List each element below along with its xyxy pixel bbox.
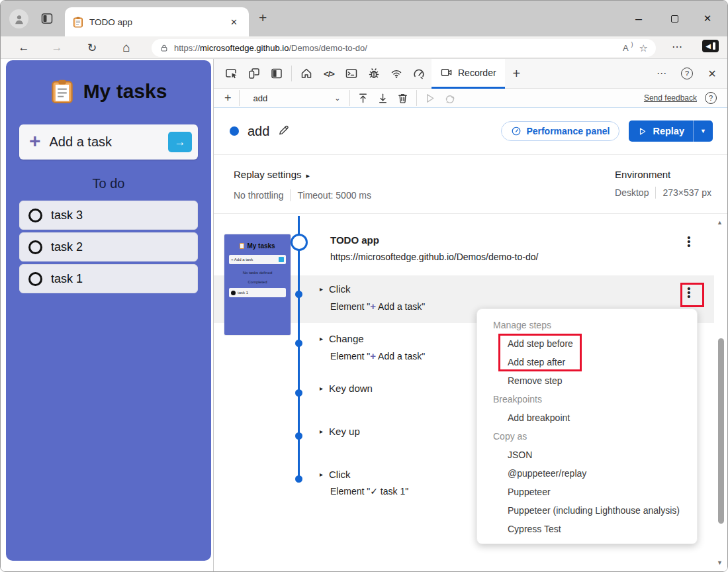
replay-settings-section: Replay settings▸ No throttling Timeout: … — [214, 155, 728, 214]
todo-app-header: My tasks — [6, 60, 211, 105]
read-aloud-icon[interactable]: A) — [623, 43, 629, 53]
menu-item-copy-json[interactable]: JSON — [477, 446, 697, 464]
step-keydown-label[interactable]: ▸ Key down — [320, 383, 373, 394]
home-button[interactable]: ⌂ — [118, 40, 135, 56]
step-menu-kebab-icon[interactable]: ••• — [682, 236, 696, 248]
task-row[interactable]: task 1 — [19, 264, 198, 293]
play-recording-button-disabled — [420, 90, 440, 106]
maximize-icon — [671, 15, 678, 23]
menu-header-breakpoints: Breakpoints — [477, 390, 697, 408]
scrollbar-thumb[interactable] — [718, 338, 724, 524]
replay-dropdown-button[interactable]: ▼ — [693, 120, 713, 142]
new-recording-button[interactable]: + — [224, 91, 232, 105]
window-minimize-button[interactable]: – — [624, 1, 653, 36]
recording-select[interactable]: add ⌄ — [248, 91, 346, 105]
console-tab-icon[interactable] — [340, 64, 363, 83]
tab-recorder[interactable]: Recorder — [432, 59, 505, 89]
menu-item-remove-step[interactable]: Remove step — [477, 371, 697, 390]
import-recording-button[interactable] — [353, 90, 373, 106]
task-checkbox[interactable] — [28, 209, 42, 222]
timeline-dot — [295, 291, 302, 298]
task-checkbox[interactable] — [28, 272, 42, 286]
recorder-help-icon[interactable]: ? — [705, 92, 717, 104]
browser-settings-menu-icon[interactable]: ⋯ — [672, 40, 683, 53]
reload-button[interactable]: ↻ — [83, 40, 101, 56]
elements-tab-icon[interactable]: </> — [318, 64, 340, 83]
add-task-button[interactable]: + Add a task → — [19, 124, 198, 160]
chevron-down-icon: ⌄ — [334, 94, 340, 103]
address-bar[interactable]: https://microsoftedge.github.io/Demos/de… — [152, 39, 656, 57]
replay-settings-toggle[interactable]: Replay settings▸ — [234, 169, 310, 180]
devtools-more-menu-icon[interactable]: ⋯ — [651, 64, 673, 83]
issues-bug-icon[interactable] — [363, 64, 385, 83]
device-emulation-icon[interactable] — [243, 64, 265, 83]
page-viewport: My tasks + Add a task → To do task 3 tas… — [1, 59, 213, 571]
menu-item-copy-puppeteer-lighthouse[interactable]: Puppeteer (including Lighthouse analysis… — [477, 501, 697, 520]
menu-item-add-breakpoint[interactable]: Add breakpoint — [477, 408, 697, 427]
recording-select-value: add — [253, 93, 268, 103]
devtools-close-icon[interactable]: ✕ — [701, 64, 723, 83]
recording-steps-panel: My tasks + Add a task No tasks defined C… — [214, 214, 728, 571]
menu-header-manage-steps: Manage steps — [477, 316, 697, 334]
workspaces-icon[interactable] — [40, 12, 54, 28]
thumbnail-go-button — [279, 257, 284, 262]
todo-app-card: My tasks + Add a task → To do task 3 tas… — [6, 60, 211, 561]
menu-item-copy-puppeteer-replay[interactable]: @puppeteer/replay — [477, 464, 697, 483]
window-close-button[interactable]: ✕ — [693, 1, 722, 36]
performance-panel-button[interactable]: Performance panel — [501, 121, 619, 141]
step-keyup-label[interactable]: ▸ Key up — [320, 426, 360, 437]
scroll-up-arrow-icon[interactable]: ▲ — [717, 219, 723, 226]
recorder-toolbar: + add ⌄ — [214, 89, 728, 108]
network-wifi-icon[interactable] — [385, 64, 408, 83]
browser-window: TODO app ✕ + – ✕ ← → ↻ ⌂ https://microso… — [0, 0, 728, 572]
menu-item-copy-cypress[interactable]: Cypress Test — [477, 520, 697, 538]
devtools-help-icon[interactable]: ? — [676, 64, 698, 83]
divider — [655, 187, 656, 199]
new-tab-button[interactable]: + — [259, 10, 267, 26]
plus-icon: + — [29, 131, 41, 151]
disclosure-triangle-icon[interactable]: ▸ — [320, 285, 323, 293]
more-tools-plus-button[interactable]: + — [513, 66, 521, 81]
back-button[interactable]: ← — [15, 40, 32, 56]
edit-name-pencil-icon[interactable] — [277, 124, 290, 139]
task-row[interactable]: task 2 — [19, 232, 198, 262]
disclosure-triangle-icon[interactable]: ▸ — [320, 471, 323, 478]
steps-scrollbar[interactable]: ▲ ▼ — [714, 214, 728, 571]
window-maximize-button[interactable] — [660, 1, 689, 36]
disclosure-triangle-icon[interactable]: ▸ — [320, 385, 323, 392]
menu-item-copy-puppeteer[interactable]: Puppeteer — [477, 483, 697, 501]
step-change-element: Element "+ Add a task" — [330, 350, 425, 361]
recording-dot-icon — [230, 126, 239, 136]
thumbnail-task-row: task 1 — [229, 288, 286, 297]
forward-button[interactable]: → — [48, 40, 66, 56]
step-nav-title[interactable]: TODO app — [330, 234, 379, 246]
step-change-label[interactable]: ▸ Change — [320, 333, 364, 344]
export-recording-button[interactable] — [373, 90, 393, 106]
task-checkbox[interactable] — [28, 240, 42, 254]
tab-close-button[interactable]: ✕ — [227, 16, 241, 28]
browser-tab[interactable]: TODO app ✕ — [65, 7, 249, 36]
disclosure-triangle-icon[interactable]: ▸ — [320, 335, 323, 342]
step-click2-label[interactable]: ▸ Click — [320, 469, 351, 480]
timeline-start-circle — [291, 234, 308, 251]
browser-titlebar: TODO app ✕ + – ✕ — [1, 1, 727, 36]
recorder-tab-label: Recorder — [458, 68, 496, 78]
url-scheme: https:// — [174, 43, 200, 53]
favorites-star-icon[interactable]: ☆ — [639, 42, 648, 54]
recording-header-actions: Performance panel Replay ▼ — [501, 120, 713, 142]
task-row[interactable]: task 3 — [19, 201, 198, 230]
inspect-element-icon[interactable] — [220, 64, 243, 83]
scroll-down-arrow-icon[interactable]: ▼ — [717, 559, 723, 566]
delete-recording-button[interactable] — [393, 90, 413, 106]
performance-gauge-icon[interactable] — [408, 64, 430, 83]
disclosure-triangle-icon[interactable]: ▸ — [320, 428, 323, 435]
thumbnail-add-row: + Add a task — [229, 255, 286, 264]
sidebar-toggle-icon[interactable]: ◀ — [702, 40, 719, 52]
step-click-label[interactable]: ▸ Click — [320, 283, 351, 295]
welcome-tab-icon[interactable] — [295, 64, 318, 83]
replay-button[interactable]: Replay — [629, 120, 693, 142]
dock-side-icon[interactable] — [265, 64, 288, 83]
submit-task-button[interactable]: → — [168, 132, 192, 152]
profile-avatar[interactable] — [9, 9, 28, 28]
send-feedback-link[interactable]: Send feedback — [644, 93, 697, 103]
